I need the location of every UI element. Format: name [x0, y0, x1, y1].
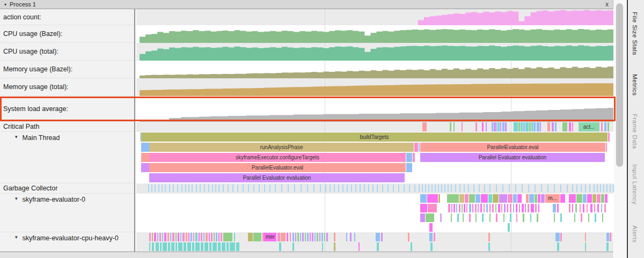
track-content-system-load-average[interactable]	[136, 96, 613, 122]
trace-slice[interactable]	[498, 122, 500, 131]
trace-slice[interactable]	[516, 204, 517, 212]
gc-tick[interactable]	[425, 185, 426, 192]
gc-tick[interactable]	[428, 185, 429, 192]
trace-slice[interactable]	[175, 233, 177, 241]
gc-tick[interactable]	[567, 185, 568, 192]
gc-tick[interactable]	[438, 185, 439, 192]
trace-slice[interactable]	[223, 233, 232, 241]
trace-slice[interactable]	[350, 233, 352, 241]
track-label-cpu-usage-total[interactable]: CPU usage (total):	[0, 43, 134, 61]
track-content-memory-usage-bazel[interactable]	[136, 61, 613, 78]
trace-slice[interactable]	[236, 242, 239, 251]
trace-slice[interactable]	[222, 242, 225, 251]
trace-slice[interactable]	[475, 194, 480, 203]
trace-slice[interactable]	[523, 213, 524, 222]
trace-slice[interactable]	[253, 233, 261, 241]
gc-tick[interactable]	[232, 185, 233, 192]
trace-slice[interactable]	[317, 233, 318, 241]
track-content-main-thread[interactable]: buildTargetsrunAnalysisPhaseParallelEval…	[136, 132, 613, 183]
trace-slice[interactable]	[518, 122, 520, 131]
trace-slice[interactable]	[496, 213, 497, 222]
trace-slice[interactable]	[211, 233, 213, 241]
trace-slice[interactable]	[580, 204, 581, 212]
gc-tick[interactable]	[484, 185, 485, 192]
trace-slice[interactable]	[187, 242, 191, 251]
trace-slice[interactable]	[499, 194, 507, 203]
trace-slice[interactable]	[503, 213, 504, 222]
trace-slice[interactable]	[488, 233, 490, 241]
trace-slice[interactable]	[292, 233, 294, 241]
trace-slice[interactable]	[501, 204, 502, 212]
track-label-action-count[interactable]: action count:	[0, 9, 134, 25]
trace-slice[interactable]	[608, 132, 610, 142]
trace-slice[interactable]	[585, 242, 586, 251]
memory-usage-total-chart[interactable]	[136, 78, 613, 96]
trace-slice[interactable]	[149, 242, 150, 251]
trace-slice[interactable]	[230, 242, 235, 251]
process-header[interactable]: ▾ Process 1 x	[0, 0, 613, 9]
trace-slice[interactable]	[521, 122, 523, 131]
trace-slice[interactable]	[504, 204, 506, 212]
trace-slice[interactable]	[188, 233, 189, 241]
gc-tick[interactable]	[301, 185, 302, 192]
trace-slice[interactable]	[195, 233, 197, 241]
gc-tick[interactable]	[364, 185, 365, 192]
gc-tick[interactable]	[208, 185, 209, 192]
gc-tick[interactable]	[581, 185, 582, 192]
track-label-garbage-collector[interactable]: Garbage Collector	[0, 183, 134, 194]
trace-slice[interactable]	[606, 143, 607, 152]
trace-slice[interactable]	[277, 233, 280, 241]
gc-tick[interactable]	[414, 185, 415, 192]
gc-tick[interactable]	[307, 185, 308, 192]
trace-slice[interactable]	[463, 213, 464, 222]
gc-tick[interactable]	[165, 185, 166, 192]
trace-slice[interactable]	[569, 204, 570, 212]
trace-slice[interactable]	[346, 233, 347, 241]
gc-tick[interactable]	[360, 185, 361, 192]
tab-alerts[interactable]: Alerts	[632, 225, 638, 242]
trace-slice[interactable]	[557, 204, 559, 212]
track-content-skyframe-evaluator-0[interactable]: m...	[136, 194, 613, 232]
collapse-icon[interactable]: ▾	[4, 2, 6, 7]
gc-tick[interactable]	[342, 185, 343, 192]
gc-tick[interactable]	[528, 185, 529, 192]
trace-slice[interactable]	[538, 194, 540, 203]
trace-slice-parallelevaluator-eval[interactable]: ParallelEvaluator.eval	[149, 163, 406, 172]
trace-slice[interactable]	[209, 242, 211, 251]
trace-slice[interactable]	[498, 204, 500, 212]
trace-slice[interactable]	[462, 204, 463, 212]
tab-metrics[interactable]: Metrics	[632, 74, 638, 96]
trace-slice[interactable]	[414, 143, 418, 152]
trace-slice[interactable]	[279, 242, 281, 251]
trace-slice[interactable]	[171, 242, 174, 251]
trace-slice-parallelevaluator-eval[interactable]: ParallelEvaluator.eval	[420, 143, 605, 152]
trace-slice[interactable]	[209, 233, 210, 241]
trace-slice[interactable]	[478, 204, 479, 212]
trace-slice[interactable]	[583, 204, 584, 212]
trace-slice[interactable]	[322, 242, 323, 251]
trace-slice[interactable]	[406, 163, 412, 172]
trace-slice[interactable]	[489, 204, 491, 212]
trace-slice[interactable]	[526, 194, 529, 203]
gc-tick[interactable]	[259, 185, 260, 192]
gc-tick[interactable]	[196, 185, 197, 192]
gc-tick[interactable]	[192, 185, 193, 192]
trace-slice[interactable]	[529, 122, 531, 131]
trace-slice[interactable]	[192, 242, 194, 251]
gc-tick[interactable]	[522, 185, 523, 192]
trace-slice[interactable]	[305, 233, 306, 241]
gc-tick[interactable]	[560, 185, 561, 192]
trace-slice[interactable]	[553, 204, 556, 212]
trace-slice[interactable]	[601, 122, 603, 131]
trace-slice[interactable]	[300, 233, 301, 241]
gc-tick[interactable]	[479, 185, 480, 192]
trace-slice[interactable]	[488, 242, 490, 251]
trace-slice[interactable]	[297, 233, 299, 241]
gc-tick[interactable]	[509, 185, 510, 192]
trace-slice[interactable]	[168, 242, 170, 251]
trace-slice[interactable]	[287, 233, 288, 241]
trace-slice[interactable]	[572, 122, 573, 131]
trace-slice[interactable]	[141, 153, 149, 162]
trace-slice[interactable]	[531, 122, 533, 131]
gc-tick[interactable]	[248, 185, 249, 192]
